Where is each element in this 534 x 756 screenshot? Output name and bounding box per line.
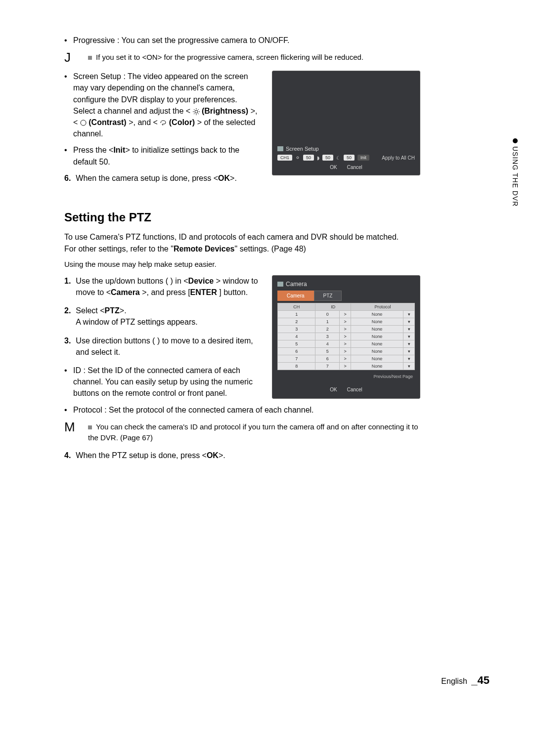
note-j: J If you set it to <ON> for the progress… [64, 51, 420, 64]
ss1-channel[interactable]: CH1 [277, 155, 292, 161]
cell-protocol-arrow[interactable]: ▾ [403, 325, 415, 333]
cell-protocol[interactable]: None [351, 340, 403, 347]
ss1-cancel-button[interactable]: Cancel [347, 165, 362, 170]
note-j-body: If you set it to <ON> for the progressiv… [88, 51, 420, 64]
screenshot-ptz: Camera Camera PTZ CH ID Protocol 10>None… [272, 275, 420, 399]
cell-id-arrow[interactable]: > [340, 355, 351, 362]
brightness-icon [295, 155, 300, 160]
ss1-brightness-value[interactable]: 50 [303, 155, 314, 161]
cell-protocol[interactable]: None [351, 355, 403, 362]
ss1-apply-all[interactable]: Apply to All CH [382, 155, 415, 161]
cell-id-arrow[interactable]: > [340, 310, 351, 318]
cell-protocol-arrow[interactable]: ▾ [403, 347, 415, 355]
cell-id[interactable]: 4 [315, 340, 340, 347]
svg-line-8 [198, 109, 199, 110]
cell-id-arrow[interactable]: > [340, 318, 351, 325]
table-row: 10>None▾ [278, 310, 415, 318]
brightness-icon [193, 108, 200, 115]
step-6: 6. When the camera setup is done, press … [64, 172, 263, 184]
table-row: 76>None▾ [278, 355, 415, 362]
tab-camera[interactable]: Camera [277, 291, 314, 301]
cell-id[interactable]: 3 [315, 333, 340, 340]
color-icon [160, 120, 167, 126]
ss1-init-button[interactable]: Init [357, 155, 369, 161]
cell-protocol[interactable]: None [351, 362, 403, 370]
table-row: 43>None▾ [278, 333, 415, 340]
svg-line-5 [194, 109, 195, 110]
side-tab-label: USING THE DVR [511, 146, 519, 207]
ss1-title: Screen Setup [277, 146, 415, 152]
cell-ch: 6 [278, 347, 315, 355]
step-2: 2. Select <PTZ>. A window of PTZ setting… [64, 305, 263, 328]
cell-id[interactable]: 7 [315, 362, 340, 370]
ss1-color-value[interactable]: 50 [344, 155, 355, 161]
cell-protocol[interactable]: None [351, 325, 403, 333]
step-3: 3. Use direction buttons ( ) to move to … [64, 335, 263, 358]
contrast-icon: ◗ [317, 155, 319, 161]
cell-id-arrow[interactable]: > [340, 333, 351, 340]
cell-ch: 3 [278, 325, 315, 333]
cell-ch: 7 [278, 355, 315, 362]
cell-id-arrow[interactable]: > [340, 325, 351, 333]
cell-ch: 5 [278, 340, 315, 347]
bullet-screen-setup: Screen Setup : The video appeared on the… [64, 71, 263, 139]
cell-ch: 8 [278, 362, 315, 370]
cell-protocol-arrow[interactable]: ▾ [403, 333, 415, 340]
table-row: 21>None▾ [278, 318, 415, 325]
square-bullet-icon [88, 56, 92, 60]
note-m-body: You can check the camera's ID and protoc… [88, 420, 420, 443]
step-4: 4. When the PTZ setup is done, press <OK… [64, 450, 420, 461]
th-protocol: Protocol [351, 303, 415, 310]
cell-protocol-arrow[interactable]: ▾ [403, 310, 415, 318]
bullet-id: ID : Set the ID of the connected camera … [64, 365, 263, 399]
cell-protocol[interactable]: None [351, 310, 403, 318]
square-bullet-icon [88, 425, 92, 429]
cell-id[interactable]: 2 [315, 325, 340, 333]
cell-id-arrow[interactable]: > [340, 340, 351, 347]
side-tab: USING THE DVR [511, 138, 519, 207]
th-id: ID [315, 303, 351, 310]
bullet-dot-icon [513, 138, 518, 143]
cell-protocol-arrow[interactable]: ▾ [403, 362, 415, 370]
ss1-ok-button[interactable]: OK [330, 165, 337, 170]
cell-protocol[interactable]: None [351, 347, 403, 355]
cell-id[interactable]: 0 [315, 310, 340, 318]
table-row: 32>None▾ [278, 325, 415, 333]
table-row: 65>None▾ [278, 347, 415, 355]
ss2-cancel-button[interactable]: Cancel [347, 387, 362, 392]
note-m: M You can check the camera's ID and prot… [64, 420, 420, 443]
screenshot-screen-setup: Screen Setup CH1 50 ◗ 50 ☾ 50 Init Apply… [272, 71, 420, 175]
cell-ch: 1 [278, 310, 315, 318]
cell-id-arrow[interactable]: > [340, 362, 351, 370]
cell-protocol[interactable]: None [351, 333, 403, 340]
ptz-intro: To use Camera's PTZ functions, ID and pr… [64, 231, 420, 255]
tab-ptz[interactable]: PTZ [314, 291, 342, 301]
ptz-hint: Using the mouse may help make setup easi… [64, 260, 420, 268]
cell-id[interactable]: 1 [315, 318, 340, 325]
heading-setting-ptz: Setting the PTZ [64, 210, 420, 224]
th-ch: CH [278, 303, 315, 310]
cell-ch: 2 [278, 318, 315, 325]
cell-id[interactable]: 6 [315, 355, 340, 362]
cell-protocol-arrow[interactable]: ▾ [403, 355, 415, 362]
cell-id[interactable]: 5 [315, 347, 340, 355]
ss2-pager[interactable]: Previous/Next Page [277, 370, 415, 384]
cell-id-arrow[interactable]: > [340, 347, 351, 355]
cell-protocol-arrow[interactable]: ▾ [403, 340, 415, 347]
ss2-ok-button[interactable]: OK [330, 387, 337, 392]
step-1: 1. Use the up/down buttons ( ) in <Devic… [64, 275, 263, 298]
cell-protocol-arrow[interactable]: ▾ [403, 318, 415, 325]
cell-ch: 4 [278, 333, 315, 340]
bullet-progressive: Progressive : You can set the progressiv… [64, 35, 420, 46]
svg-line-6 [198, 113, 199, 114]
ss2-title: Camera [277, 281, 415, 288]
svg-point-10 [297, 157, 299, 159]
ss1-contrast-value[interactable]: 50 [322, 155, 333, 161]
color-icon: ☾ [336, 155, 341, 161]
table-row: 54>None▾ [278, 340, 415, 347]
svg-line-7 [194, 113, 195, 114]
bullet-protocol: Protocol : Set the protocol of the conne… [64, 404, 420, 416]
cell-protocol[interactable]: None [351, 318, 403, 325]
contrast-icon [80, 120, 87, 126]
svg-point-9 [81, 120, 86, 126]
